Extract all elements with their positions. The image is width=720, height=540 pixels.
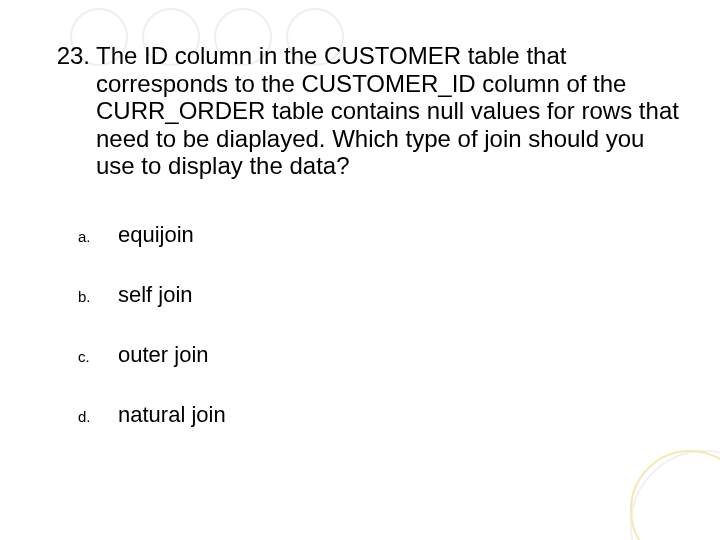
option-text: equijoin: [118, 222, 194, 248]
question-block: 23. The ID column in the CUSTOMER table …: [40, 42, 680, 180]
option-text: outer join: [118, 342, 209, 368]
option-text: self join: [118, 282, 193, 308]
option-b: b. self join: [78, 282, 680, 308]
question-number: 23.: [40, 42, 96, 70]
option-letter: c.: [78, 348, 118, 365]
decorative-circles-corner: [600, 420, 720, 540]
option-letter: a.: [78, 228, 118, 245]
option-d: d. natural join: [78, 402, 680, 428]
option-a: a. equijoin: [78, 222, 680, 248]
option-c: c. outer join: [78, 342, 680, 368]
circle-icon: [630, 450, 720, 540]
options-list: a. equijoin b. self join c. outer join d…: [78, 222, 680, 428]
slide-content: 23. The ID column in the CUSTOMER table …: [0, 0, 720, 428]
option-letter: b.: [78, 288, 118, 305]
option-letter: d.: [78, 408, 118, 425]
question-text: The ID column in the CUSTOMER table that…: [96, 42, 680, 180]
option-text: natural join: [118, 402, 226, 428]
